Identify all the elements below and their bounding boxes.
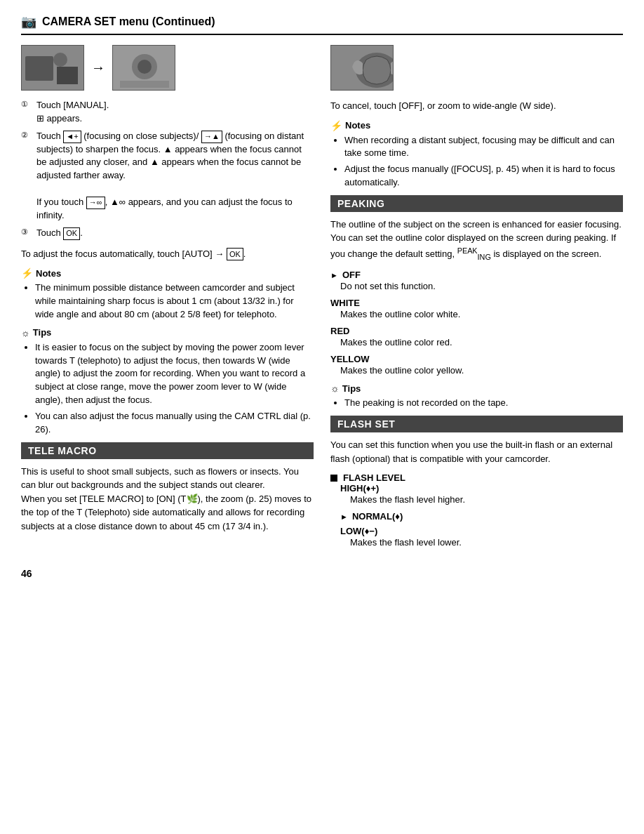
flash-normal-option: ► NORMAL(♦) xyxy=(340,511,623,522)
svg-point-6 xyxy=(137,60,152,74)
flash-low-desc: Makes the flash level lower. xyxy=(340,536,623,550)
tips-icon-left: ☼ xyxy=(21,327,30,338)
peaking-option-yellow: YELLOW Makes the outline color yellow. xyxy=(330,354,623,378)
flash-level-label: FLASH LEVEL xyxy=(330,472,623,483)
steps-list: ① Touch [MANUAL]. ⊞ appears. ② Touch ◄+ … xyxy=(21,99,314,240)
tele-macro-content: This is useful to shoot small subjects, … xyxy=(21,465,314,534)
camera-icon: 📷 xyxy=(21,14,36,29)
step-3-content: Touch OK. xyxy=(36,227,314,240)
right-tips-section: ☼ Tips The peaking is not recorded on th… xyxy=(330,383,623,410)
notes-icon-right: ⚡ xyxy=(330,120,342,131)
peaking-yellow-text: YELLOW xyxy=(330,354,370,364)
peaking-off-label: ► OFF xyxy=(330,270,623,280)
right-notes-section: ⚡ Notes When recording a distant subject… xyxy=(330,120,623,190)
flash-set-content: You can set this function when you use t… xyxy=(330,438,623,465)
tips-icon-right: ☼ xyxy=(330,383,340,394)
peaking-white-desc: Makes the outline color white. xyxy=(330,308,623,322)
svg-rect-7 xyxy=(120,81,169,88)
tele-macro-section: TELE MACRO This is useful to shoot small… xyxy=(21,442,314,534)
flash-high-desc: Makes the flash level higher. xyxy=(340,494,623,507)
left-tips-list: It is easier to focus on the subject by … xyxy=(21,341,314,437)
peaking-option-red: RED Makes the outline color red. xyxy=(330,326,623,350)
header-title: CAMERA SET menu (Continued) xyxy=(42,15,215,28)
page-header: 📷 CAMERA SET menu (Continued) xyxy=(21,14,623,35)
left-tip-2: You can also adjust the focus manually u… xyxy=(35,410,314,437)
svg-rect-3 xyxy=(57,67,78,84)
right-note-1: When recording a distant subject, focusi… xyxy=(344,134,623,161)
left-tips-header: ☼ Tips xyxy=(21,327,314,338)
left-note-1: The minimum possible distance between ca… xyxy=(35,282,314,322)
peaking-yellow-desc: Makes the outline color yellow. xyxy=(330,364,623,378)
peaking-yellow-label: YELLOW xyxy=(330,354,623,364)
flash-high-label: HIGH(♦+) xyxy=(340,483,623,494)
flash-low-text: LOW(♦−) xyxy=(340,526,377,536)
flash-set-section: FLASH SET You can set this function when… xyxy=(330,416,623,550)
peaking-white-text: WHITE xyxy=(330,298,360,308)
image-row-left: → xyxy=(21,45,314,91)
right-tip-1: The peaking is not recorded on the tape. xyxy=(344,397,623,410)
flash-level-section: FLASH LEVEL HIGH(♦+) Makes the flash lev… xyxy=(330,472,623,550)
page-number: 46 xyxy=(21,568,623,579)
flash-low-option: LOW(♦−) Makes the flash level lower. xyxy=(340,526,623,550)
flash-normal-arrow: ► xyxy=(340,512,348,521)
left-column: → ① Touch [MANUAL]. ⊞ appears. ② xyxy=(21,45,314,554)
svg-rect-1 xyxy=(25,56,53,81)
after-image xyxy=(112,45,175,91)
step-3-num: ③ xyxy=(21,227,32,240)
left-tip-1: It is easier to focus on the subject by … xyxy=(35,341,314,407)
peaking-option-off: ► OFF Do not set this function. xyxy=(330,270,623,293)
peaking-off-arrow: ► xyxy=(330,271,338,279)
flash-normal-label: ► NORMAL(♦) xyxy=(340,511,623,522)
flash-level-icon xyxy=(330,475,337,482)
flash-set-header: FLASH SET xyxy=(330,416,623,432)
right-image-row xyxy=(330,45,623,91)
left-tips-label: Tips xyxy=(33,327,52,338)
flash-level-options: HIGH(♦+) Makes the flash level higher. ►… xyxy=(330,483,623,550)
peaking-option-white: WHITE Makes the outline color white. xyxy=(330,298,623,322)
step-2-content: Touch ◄+ (focusing on close subjects)/ →… xyxy=(36,130,314,223)
right-column: To cancel, touch [OFF], or zoom to wide-… xyxy=(330,45,623,554)
right-notes-header: ⚡ Notes xyxy=(330,120,623,131)
step-2: ② Touch ◄+ (focusing on close subjects)/… xyxy=(21,130,314,223)
peaking-white-label: WHITE xyxy=(330,298,623,308)
left-notes-label: Notes xyxy=(36,268,61,279)
notes-icon-left: ⚡ xyxy=(21,267,33,279)
flash-high-text: HIGH(♦+) xyxy=(340,483,379,494)
tele-macro-header: TELE MACRO xyxy=(21,442,314,459)
arrow-icon: → xyxy=(91,60,105,76)
peaking-off-desc: Do not set this function. xyxy=(330,280,623,293)
step-1-content: Touch [MANUAL]. ⊞ appears. xyxy=(36,99,314,126)
svg-point-2 xyxy=(53,53,67,67)
left-notes-section: ⚡ Notes The minimum possible distance be… xyxy=(21,267,314,322)
right-tips-list: The peaking is not recorded on the tape. xyxy=(330,397,623,410)
right-tips-label: Tips xyxy=(342,383,361,394)
flash-level-text: FLASH LEVEL xyxy=(343,472,405,483)
right-notes-list: When recording a distant subject, focusi… xyxy=(330,134,623,190)
peaking-red-desc: Makes the outline color red. xyxy=(330,336,623,350)
cancel-text: To cancel, touch [OFF], or zoom to wide-… xyxy=(330,99,623,113)
flash-low-label: LOW(♦−) xyxy=(340,526,623,536)
close-focus-button[interactable]: ◄+ xyxy=(63,131,81,143)
peaking-section: PEAKING The outline of the subject on th… xyxy=(330,195,623,378)
peaking-red-label: RED xyxy=(330,326,623,336)
tele-macro-title: TELE MACRO xyxy=(28,445,97,456)
peaking-content: The outline of the subject on the screen… xyxy=(330,218,623,263)
main-content: → ① Touch [MANUAL]. ⊞ appears. ② xyxy=(21,45,623,554)
far-focus-button[interactable]: →▲ xyxy=(201,131,222,143)
flash-set-title: FLASH SET xyxy=(337,418,395,430)
flash-high-option: HIGH(♦+) Makes the flash level higher. xyxy=(340,483,623,507)
peaking-header: PEAKING xyxy=(330,195,623,212)
right-notes-label: Notes xyxy=(345,120,370,131)
infinity-button[interactable]: →∞ xyxy=(86,197,105,209)
left-tips-section: ☼ Tips It is easier to focus on the subj… xyxy=(21,327,314,437)
left-notes-list: The minimum possible distance between ca… xyxy=(21,282,314,322)
right-tips-header: ☼ Tips xyxy=(330,383,623,394)
ok-auto-button[interactable]: OK xyxy=(227,248,243,261)
ok-button[interactable]: OK xyxy=(63,227,80,240)
left-notes-header: ⚡ Notes xyxy=(21,267,314,279)
right-note-2: Adjust the focus manually ([FOCUS], p. 4… xyxy=(344,163,623,190)
peaking-title: PEAKING xyxy=(337,198,384,209)
flash-normal-text: NORMAL(♦) xyxy=(352,511,403,522)
step-1: ① Touch [MANUAL]. ⊞ appears. xyxy=(21,99,314,126)
before-image xyxy=(21,45,84,91)
